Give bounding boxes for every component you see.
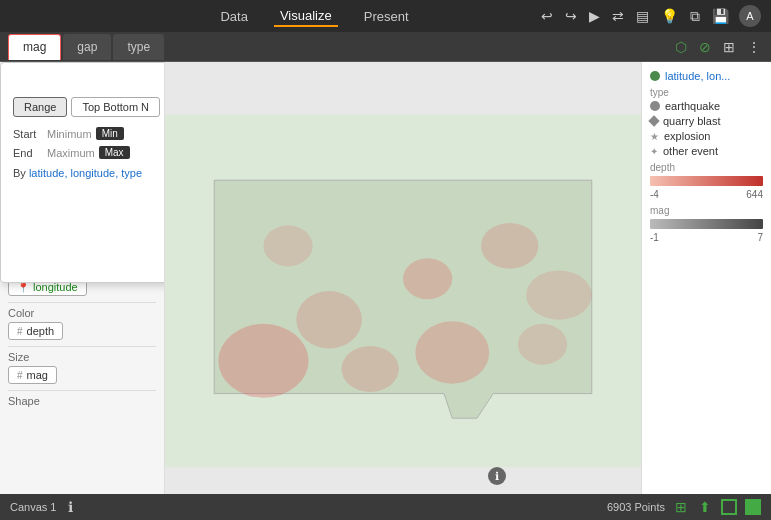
undo-icon[interactable]: ↩	[539, 6, 555, 26]
range-section: Start Minimum Min End Maximum Max By lat…	[13, 127, 165, 270]
hash-icon-color: #	[17, 326, 23, 337]
color-label: Color	[8, 307, 156, 319]
redo-icon[interactable]: ↪	[563, 6, 579, 26]
tab-type[interactable]: type	[113, 34, 164, 60]
points-label: 6903 Points	[607, 501, 665, 513]
left-panel-fields: 📍 longitude Color # depth Size # mag Sha…	[0, 274, 164, 414]
legend-type-title: type	[650, 87, 763, 98]
range-min-badge: Min	[96, 127, 124, 140]
mag-range: -1 7	[650, 232, 763, 243]
left-panel: mag ⬡ ⊘ Range Top Bottom N Start Minimum	[0, 62, 165, 520]
up-icon-bottom[interactable]: ⬆	[697, 497, 713, 517]
legend-explosion: ★ explosion	[650, 130, 763, 142]
tab-bar-actions: ⬡ ⊘ ⊞ ⋮	[673, 37, 763, 57]
range-max-badge: Max	[99, 146, 130, 159]
top-bar-tabs: Data Visualize Present	[214, 6, 414, 27]
svg-point-1	[218, 324, 308, 398]
by-label: By	[13, 167, 26, 179]
legend-lat-lon: latitude, lon...	[650, 70, 763, 82]
range-end-label: End	[13, 147, 43, 159]
caption-icon[interactable]: ▤	[634, 6, 651, 26]
legend-depth-title: depth	[650, 162, 763, 173]
divider-1	[8, 302, 156, 303]
mag-min: -1	[650, 232, 659, 243]
legend-mag-title: mag	[650, 205, 763, 216]
svg-point-9	[518, 324, 567, 365]
filter-popup-header: ⬡ ⊘	[13, 75, 165, 89]
top-bottom-tab[interactable]: Top Bottom N	[71, 97, 160, 117]
filter-popup: ⬡ ⊘ Range Top Bottom N Start Minimum Min…	[0, 62, 165, 283]
depth-range: -4 644	[650, 189, 763, 200]
svg-point-3	[403, 258, 452, 299]
mag-max: 7	[757, 232, 763, 243]
grid-icon[interactable]: ⊞	[721, 37, 737, 57]
lat-lon-dot	[650, 71, 660, 81]
other-event-label: other event	[663, 145, 718, 157]
by-row: By latitude, longitude, type	[13, 167, 165, 179]
bottom-bar-right: 6903 Points ⊞ ⬆	[607, 497, 761, 517]
range-left: Start Minimum Min End Maximum Max By lat…	[13, 127, 165, 270]
svg-point-8	[341, 346, 398, 392]
canvas-label: Canvas 1	[10, 501, 56, 513]
map-svg	[165, 62, 641, 520]
hash-icon-size: #	[17, 370, 23, 381]
light-icon[interactable]: 💡	[659, 6, 680, 26]
by-value[interactable]: latitude, longitude, type	[29, 167, 142, 179]
map-info-button[interactable]: ℹ	[488, 467, 506, 485]
range-end-row: End Maximum Max	[13, 146, 165, 159]
range-end-val: Maximum	[47, 147, 95, 159]
divider-2	[8, 346, 156, 347]
size-pill[interactable]: # mag	[8, 366, 57, 384]
svg-point-4	[481, 223, 538, 269]
svg-point-5	[526, 270, 592, 319]
depth-max: 644	[746, 189, 763, 200]
svg-point-6	[415, 321, 489, 383]
legend-quarry-blast: quarry blast	[650, 115, 763, 127]
geo-icon: 📍	[17, 282, 29, 293]
earthquake-dot	[650, 101, 660, 111]
bottom-bar: Canvas 1 ℹ 6903 Points ⊞ ⬆	[0, 494, 771, 520]
view-toggle-fill[interactable]	[745, 499, 761, 515]
size-label: Size	[8, 351, 156, 363]
tab-mag[interactable]: mag	[8, 34, 61, 60]
lat-lon-label[interactable]: latitude, lon...	[665, 70, 730, 82]
view-toggle-outline[interactable]	[721, 499, 737, 515]
explosion-label: explosion	[664, 130, 710, 142]
more-icon[interactable]: ⋮	[745, 37, 763, 57]
tab-data[interactable]: Data	[214, 7, 253, 26]
user-avatar[interactable]: A	[739, 5, 761, 27]
legend-earthquake: earthquake	[650, 100, 763, 112]
range-start-row: Start Minimum Min	[13, 127, 165, 140]
svg-point-2	[296, 291, 362, 348]
divider-3	[8, 390, 156, 391]
frame-icon[interactable]: ⧉	[688, 6, 702, 27]
canvas-info-icon[interactable]: ℹ	[66, 497, 75, 517]
mag-size-label: mag	[27, 369, 48, 381]
tab-present[interactable]: Present	[358, 7, 415, 26]
quarry-blast-diamond	[648, 115, 659, 126]
depth-label: depth	[27, 325, 55, 337]
color-pill[interactable]: # depth	[8, 322, 63, 340]
shape-label: Shape	[8, 395, 156, 407]
tab-visualize[interactable]: Visualize	[274, 6, 338, 27]
save-icon[interactable]: 💾	[710, 6, 731, 26]
svg-point-7	[263, 225, 312, 266]
grid-icon-bottom[interactable]: ⊞	[673, 497, 689, 517]
depth-min: -4	[650, 189, 659, 200]
range-start-label: Start	[13, 128, 43, 140]
tab-bar: mag gap type ⬡ ⊘ ⊞ ⋮	[0, 32, 771, 62]
range-tab[interactable]: Range	[13, 97, 67, 117]
main-content: mag ⬡ ⊘ Range Top Bottom N Start Minimum	[0, 62, 771, 520]
filter-clear-icon[interactable]: ⊘	[697, 37, 713, 57]
play-icon[interactable]: ▶	[587, 6, 602, 26]
filter-icon[interactable]: ⬡	[673, 37, 689, 57]
other-event-plus: ✦	[650, 146, 658, 157]
mag-gradient-bar	[650, 219, 763, 229]
explosion-star: ★	[650, 131, 659, 142]
depth-gradient-bar	[650, 176, 763, 186]
range-start-val: Minimum	[47, 128, 92, 140]
map-area: ℹ	[165, 62, 641, 520]
tab-gap[interactable]: gap	[63, 34, 111, 60]
filter-tabs: Range Top Bottom N	[13, 97, 165, 117]
swap-icon[interactable]: ⇄	[610, 6, 626, 26]
